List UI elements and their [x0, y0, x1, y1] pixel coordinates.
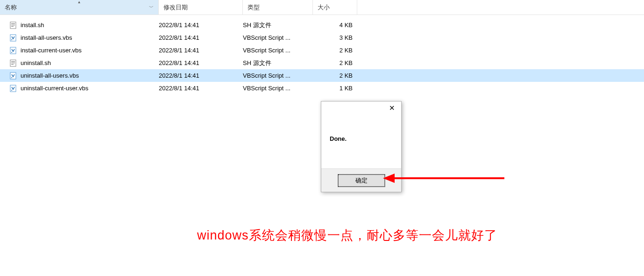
- file-row[interactable]: install.sh 2022/8/1 14:41 SH 源文件 4 KB: [0, 19, 644, 31]
- column-label: 修改日期: [163, 3, 188, 12]
- svg-rect-3: [11, 26, 14, 27]
- svg-rect-12: [10, 73, 16, 79]
- close-icon: ✕: [389, 104, 395, 112]
- column-header-size[interactable]: 大小: [313, 0, 357, 15]
- column-label: 名称: [5, 3, 17, 12]
- file-name: uninstall-current-user.vbs: [21, 85, 88, 92]
- svg-rect-9: [11, 61, 15, 62]
- file-name: install-all-users.vbs: [21, 34, 72, 41]
- column-label: 类型: [248, 3, 260, 12]
- sh-file-icon: [9, 59, 17, 67]
- file-type: VBScript Script ...: [243, 72, 313, 79]
- svg-rect-10: [11, 63, 15, 63]
- file-type: VBScript Script ...: [243, 47, 313, 54]
- file-size: 3 KB: [313, 34, 357, 41]
- column-header-date[interactable]: 修改日期: [159, 0, 243, 15]
- file-date: 2022/8/1 14:41: [159, 22, 243, 29]
- column-header-name[interactable]: ▲ 名称 ﹀: [0, 0, 159, 15]
- file-date: 2022/8/1 14:41: [159, 59, 243, 66]
- sh-file-icon: [9, 22, 17, 29]
- close-button[interactable]: ✕: [382, 102, 401, 115]
- vbs-file-icon: [9, 47, 17, 54]
- file-type: VBScript Script ...: [243, 34, 313, 41]
- file-row[interactable]: uninstall-current-user.vbs 2022/8/1 14:4…: [0, 82, 644, 94]
- file-size: 2 KB: [313, 72, 357, 79]
- svg-point-15: [11, 90, 12, 91]
- sort-ascending-icon: ▲: [78, 0, 81, 4]
- file-row[interactable]: uninstall.sh 2022/8/1 14:41 SH 源文件 2 KB: [0, 57, 644, 69]
- file-name: uninstall-all-users.vbs: [21, 72, 79, 79]
- message-dialog: ✕ Done. 确定: [321, 101, 402, 192]
- file-size: 2 KB: [313, 59, 357, 66]
- vbs-file-icon: [9, 34, 17, 42]
- file-list: install.sh 2022/8/1 14:41 SH 源文件 4 KB in…: [0, 15, 644, 94]
- file-size: 1 KB: [313, 85, 357, 92]
- column-label: 大小: [318, 3, 330, 12]
- svg-rect-1: [11, 23, 15, 24]
- annotation-caption: windows系统会稍微慢一点，耐心多等一会儿就好了: [197, 227, 497, 244]
- file-date: 2022/8/1 14:41: [159, 47, 243, 54]
- dialog-titlebar: ✕: [321, 102, 401, 117]
- svg-rect-14: [10, 85, 16, 92]
- file-type: SH 源文件: [243, 59, 313, 67]
- ok-button[interactable]: 确定: [338, 174, 385, 187]
- dialog-footer: 确定: [321, 168, 401, 192]
- file-row[interactable]: install-current-user.vbs 2022/8/1 14:41 …: [0, 44, 644, 57]
- file-row[interactable]: install-all-users.vbs 2022/8/1 14:41 VBS…: [0, 31, 644, 44]
- file-type: SH 源文件: [243, 21, 313, 29]
- svg-point-13: [11, 77, 12, 78]
- arrow-annotation-icon: [383, 169, 509, 188]
- file-date: 2022/8/1 14:41: [159, 85, 243, 92]
- chevron-down-icon[interactable]: ﹀: [149, 4, 154, 11]
- column-header-row: ▲ 名称 ﹀ 修改日期 类型 大小: [0, 0, 644, 15]
- svg-rect-2: [11, 25, 15, 25]
- vbs-file-icon: [9, 85, 17, 92]
- file-date: 2022/8/1 14:41: [159, 72, 243, 79]
- svg-rect-4: [10, 35, 16, 41]
- file-size: 2 KB: [313, 47, 357, 54]
- file-name: install.sh: [21, 22, 44, 29]
- file-type: VBScript Script ...: [243, 85, 313, 92]
- file-row[interactable]: uninstall-all-users.vbs 2022/8/1 14:41 V…: [0, 69, 644, 82]
- dialog-message: Done.: [321, 117, 401, 147]
- file-name: install-current-user.vbs: [21, 47, 82, 54]
- file-name: uninstall.sh: [21, 59, 51, 66]
- svg-rect-6: [10, 47, 16, 54]
- file-date: 2022/8/1 14:41: [159, 34, 243, 41]
- svg-rect-11: [11, 64, 14, 65]
- file-size: 4 KB: [313, 22, 357, 29]
- vbs-file-icon: [9, 72, 17, 80]
- column-header-type[interactable]: 类型: [243, 0, 313, 15]
- svg-point-5: [11, 39, 12, 40]
- svg-point-7: [11, 52, 12, 53]
